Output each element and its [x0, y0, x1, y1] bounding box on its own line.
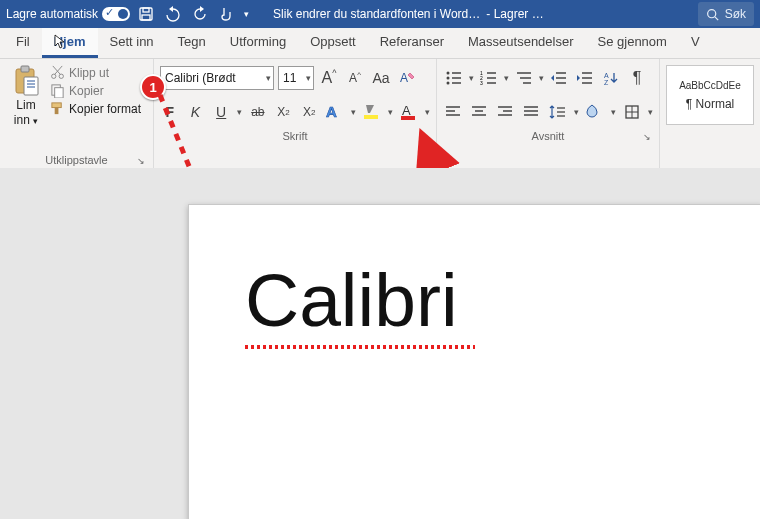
undo-icon[interactable]: [164, 6, 182, 22]
svg-rect-62: [626, 106, 638, 118]
save-icon[interactable]: [138, 6, 154, 22]
font-size-value: 11: [283, 71, 296, 85]
font-dialog-launcher[interactable]: ↘: [418, 131, 430, 143]
redo-icon[interactable]: [192, 6, 208, 22]
cut-button[interactable]: Klipp ut: [50, 65, 141, 80]
svg-rect-6: [21, 66, 29, 72]
line-spacing-dropdown[interactable]: ▾: [574, 107, 579, 117]
svg-point-3: [707, 9, 715, 17]
align-left-button[interactable]: [443, 101, 463, 123]
shading-button[interactable]: [585, 101, 605, 123]
touch-mode-icon[interactable]: [218, 6, 234, 22]
search-icon: [706, 8, 719, 21]
borders-dropdown[interactable]: ▾: [648, 107, 653, 117]
tab-file[interactable]: Fil: [4, 28, 42, 58]
numbering-button[interactable]: 123: [478, 67, 500, 89]
svg-text:A: A: [326, 103, 337, 120]
decrease-indent-button[interactable]: [548, 67, 570, 89]
svg-rect-18: [55, 108, 59, 115]
italic-button[interactable]: K: [186, 101, 206, 123]
line-spacing-button[interactable]: [548, 101, 568, 123]
qat-dropdown-icon[interactable]: ▾: [244, 9, 249, 19]
tab-review[interactable]: Se gjennom: [586, 28, 679, 58]
subscript-button[interactable]: X2: [274, 101, 294, 123]
copy-button[interactable]: Kopier: [50, 83, 141, 98]
align-center-button[interactable]: [469, 101, 489, 123]
svg-line-14: [53, 66, 61, 74]
tab-layout[interactable]: Oppsett: [298, 28, 368, 58]
font-name-combo[interactable]: Calibri (Brødt: [160, 66, 274, 90]
style-sample-text: AaBbCcDdEe: [679, 80, 741, 91]
text-effects-dropdown[interactable]: ▾: [351, 107, 356, 117]
cut-label: Klipp ut: [69, 66, 109, 80]
tab-partial[interactable]: V: [679, 28, 712, 58]
format-painter-label: Kopier format: [69, 102, 141, 116]
svg-text:2: 2: [480, 75, 483, 81]
multilevel-list-button[interactable]: [513, 67, 535, 89]
bullets-dropdown[interactable]: ▾: [469, 73, 474, 83]
svg-rect-2: [142, 15, 150, 20]
svg-text:A: A: [604, 72, 609, 79]
svg-rect-7: [24, 77, 38, 95]
tab-insert[interactable]: Sett inn: [98, 28, 166, 58]
tab-home-label: Hjem: [54, 34, 86, 49]
bold-button[interactable]: F: [160, 101, 180, 123]
svg-line-13: [55, 66, 63, 74]
superscript-button[interactable]: X2: [299, 101, 319, 123]
svg-rect-1: [143, 8, 149, 12]
toggle-switch[interactable]: [102, 7, 130, 21]
highlight-button[interactable]: [362, 101, 382, 123]
clipboard-group-label: Utklippstavle ↘: [6, 151, 147, 169]
grow-font-button[interactable]: A^: [318, 67, 340, 89]
shading-dropdown[interactable]: ▾: [611, 107, 616, 117]
increase-indent-button[interactable]: [574, 67, 596, 89]
svg-rect-5: [16, 69, 34, 93]
svg-text:1: 1: [480, 70, 483, 76]
underline-button[interactable]: U: [211, 101, 231, 123]
font-size-combo[interactable]: 11: [278, 66, 314, 90]
autosave-label: Lagre automatisk: [6, 7, 98, 21]
change-case-button[interactable]: Aa: [370, 67, 392, 89]
tab-draw[interactable]: Tegn: [166, 28, 218, 58]
font-color-dropdown[interactable]: ▾: [425, 107, 430, 117]
autosave-toggle[interactable]: Lagre automatisk: [6, 7, 130, 21]
group-styles: AaBbCcDdEe ¶ Normal: [660, 59, 760, 169]
callout-1: 1: [140, 74, 166, 100]
strikethrough-button[interactable]: ab: [248, 101, 268, 123]
svg-line-4: [715, 16, 718, 19]
sort-button[interactable]: AZ: [600, 67, 622, 89]
text-effects-button[interactable]: A: [325, 101, 345, 123]
clipboard-dialog-launcher[interactable]: ↘: [135, 155, 147, 167]
paragraph-dialog-launcher[interactable]: ↘: [641, 131, 653, 143]
clear-formatting-button[interactable]: A: [396, 67, 418, 89]
numbering-dropdown[interactable]: ▾: [504, 73, 509, 83]
borders-button[interactable]: [622, 101, 642, 123]
document-body-text[interactable]: Calibri: [245, 263, 458, 338]
style-normal[interactable]: AaBbCcDdEe ¶ Normal: [666, 65, 754, 125]
tab-design[interactable]: Utforming: [218, 28, 298, 58]
svg-point-12: [59, 74, 63, 78]
paste-label-2: inn ▾: [14, 114, 38, 127]
search-label: Søk: [725, 7, 746, 21]
align-right-button[interactable]: [495, 101, 515, 123]
font-color-button[interactable]: A: [399, 101, 419, 123]
tab-references[interactable]: Referanser: [368, 28, 456, 58]
tab-home[interactable]: Hjem: [42, 28, 98, 58]
font-name-value: Calibri (Brødt: [165, 71, 236, 85]
paste-button[interactable]: Lim inn ▾: [6, 63, 46, 151]
justify-button[interactable]: [521, 101, 541, 123]
tab-mailings[interactable]: Masseutsendelser: [456, 28, 586, 58]
svg-point-24: [447, 72, 450, 75]
format-painter-button[interactable]: Kopier format: [50, 101, 141, 116]
style-name-label: ¶ Normal: [686, 97, 734, 111]
show-marks-button[interactable]: ¶: [626, 67, 648, 89]
svg-rect-0: [140, 8, 152, 20]
shrink-font-button[interactable]: A^: [344, 67, 366, 89]
search-box[interactable]: Søk: [698, 2, 754, 26]
underline-dropdown[interactable]: ▾: [237, 107, 242, 117]
spellcheck-underline: [245, 345, 475, 349]
multilevel-dropdown[interactable]: ▾: [539, 73, 544, 83]
bullets-button[interactable]: [443, 67, 465, 89]
highlight-dropdown[interactable]: ▾: [388, 107, 393, 117]
document-page[interactable]: Calibri: [188, 204, 760, 519]
